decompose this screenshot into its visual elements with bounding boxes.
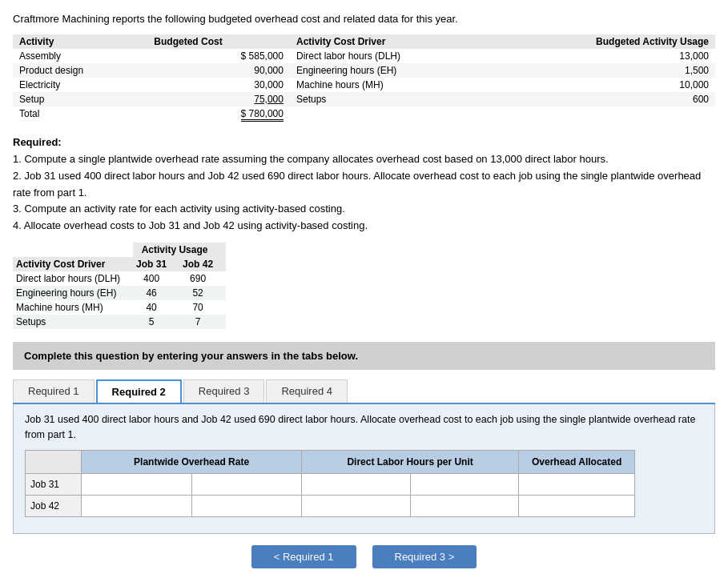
answer-input-dlh-1[interactable] [410,496,518,517]
au-th-job31: Job 31 [133,257,179,271]
main-data-table: Activity Budgeted Cost Activity Cost Dri… [13,34,715,123]
answer-input-overhead[interactable] [518,474,634,496]
col-budgeted-cost: Budgeted Cost [147,34,290,49]
answer-row-label: Job 31 [26,474,82,496]
answer-row: Job 31 [26,474,635,496]
au-col-driver [13,243,133,257]
required-title: Required: [13,136,715,148]
table-row: Setup75,000Setups600 [13,92,715,106]
input-dlh-1[interactable] [416,500,513,512]
complete-box: Complete this question by entering your … [13,342,715,370]
col-cost-driver: Activity Cost Driver [290,34,495,49]
answer-input-plantwide-0[interactable] [82,474,192,496]
required-item: 2. Job 31 used 400 direct labor hours an… [13,168,715,202]
tab-content: Job 31 used 400 direct labor hours and J… [13,404,715,535]
col-activity: Activity [13,34,147,49]
ans-col-dlh: Direct Labor Hours per Unit [302,451,519,474]
tab-required-3[interactable]: Required 3 [183,379,265,403]
au-table-row: Engineering hours (EH)4652 [13,286,226,300]
input-plantwide-1[interactable] [197,500,297,512]
required-items: 1. Compute a single plantwide overhead r… [13,151,715,235]
input-dlh-0[interactable] [307,479,404,490]
input-plantwide-0[interactable] [86,500,187,512]
answer-row-label: Job 42 [26,496,82,517]
tabs-container: Required 1Required 2Required 3Required 4 [13,379,715,404]
answer-input-plantwide-1[interactable] [191,474,302,496]
au-table-row: Setups57 [13,315,226,329]
table-row: Total$ 780,000 [13,106,715,123]
input-dlh-1[interactable] [416,479,513,490]
prev-button[interactable]: < Required 1 [251,545,356,568]
answer-input-plantwide-0[interactable] [82,496,192,517]
ans-col-label [26,451,82,474]
required-item: 1. Compute a single plantwide overhead r… [13,151,715,168]
required-section: Required: 1. Compute a single plantwide … [13,136,715,235]
answer-input-dlh-0[interactable] [302,474,410,496]
ans-col-overhead: Overhead Allocated [518,451,634,474]
table-row: Product design90,000Engineering hours (E… [13,63,715,78]
intro-text: Craftmore Machining reports the followin… [13,13,715,25]
input-plantwide-0[interactable] [86,479,187,490]
tab-content-text: Job 31 used 400 direct labor hours and J… [25,412,703,443]
au-th-job42: Job 42 [179,257,226,271]
answer-input-overhead[interactable] [518,496,634,517]
bottom-nav: < Required 1 Required 3 > [13,545,715,568]
input-dlh-0[interactable] [307,500,404,512]
input-overhead[interactable] [524,500,629,512]
answer-input-dlh-0[interactable] [302,496,410,517]
required-item: 3. Compute an activity rate for each act… [13,201,715,218]
table-row: Electricity30,000Machine hours (MH)10,00… [13,78,715,92]
answer-table: Plantwide Overhead Rate Direct Labor Hou… [25,450,635,517]
answer-input-dlh-1[interactable] [410,474,518,496]
input-plantwide-1[interactable] [197,479,297,490]
input-overhead[interactable] [524,479,629,490]
au-table-row: Machine hours (MH)4070 [13,300,226,315]
activity-usage-table: Activity Usage Activity Cost Driver Job … [13,243,226,329]
required-item: 4. Allocate overhead costs to Job 31 and… [13,218,715,235]
answer-row: Job 42 [26,496,635,517]
tab-required-2[interactable]: Required 2 [96,379,182,403]
ans-col-plantwide: Plantwide Overhead Rate [82,451,302,474]
answer-input-plantwide-1[interactable] [191,496,302,517]
tab-required-1[interactable]: Required 1 [13,379,95,403]
tab-required-4[interactable]: Required 4 [266,379,348,403]
au-th-driver: Activity Cost Driver [13,257,133,271]
table-row: Assembly$ 585,000Direct labor hours (DLH… [13,49,715,63]
col-budgeted-usage: Budgeted Activity Usage [495,34,715,49]
au-table-row: Direct labor hours (DLH)400690 [13,271,226,286]
au-header-usage: Activity Usage [133,243,226,257]
next-button[interactable]: Required 3 > [372,545,477,568]
